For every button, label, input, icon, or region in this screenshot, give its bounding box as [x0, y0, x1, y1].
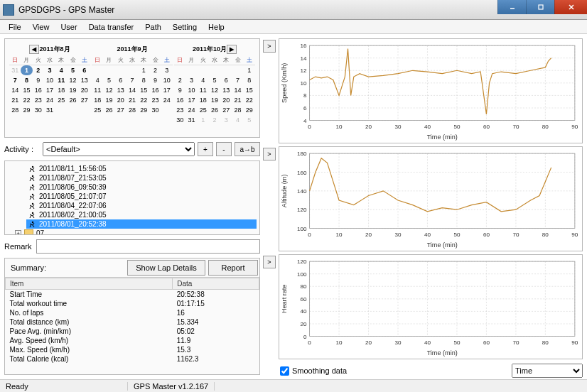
maximize-button[interactable] [526, 0, 554, 14]
collapse-speed-chart[interactable]: > [263, 40, 276, 53]
cal-day[interactable]: 22 [138, 95, 149, 105]
collapse-heartrate-chart[interactable]: > [263, 256, 276, 268]
cal-day[interactable]: 11 [55, 75, 67, 85]
cal-day[interactable]: 15 [21, 85, 32, 95]
menu-path[interactable]: Path [139, 21, 167, 33]
cal-day[interactable]: 8 [138, 75, 149, 85]
cal-day[interactable]: 12 [209, 85, 220, 95]
cal-day[interactable]: 2 [174, 75, 185, 85]
cal-day[interactable]: 28 [232, 105, 243, 115]
activity-select[interactable]: <Default> [43, 142, 195, 156]
cal-day[interactable]: 15 [138, 85, 149, 95]
cal-day[interactable]: 2 [149, 65, 161, 75]
cal-day[interactable]: 26 [209, 105, 220, 115]
cal-day[interactable]: 31 [44, 105, 55, 115]
activity-tree[interactable]: 2011/08/11_15:56:052011/08/07_21:53:0520… [4, 160, 260, 235]
cal-day[interactable]: 22 [244, 95, 255, 105]
remark-input[interactable] [36, 239, 260, 254]
cal-day[interactable]: 20 [115, 95, 126, 105]
cal-day[interactable]: 5 [209, 75, 220, 85]
cal-day[interactable]: 31 [185, 115, 197, 125]
menu-user[interactable]: User [55, 21, 82, 33]
cal-day[interactable]: 24 [44, 95, 55, 105]
cal-day[interactable]: 25 [92, 105, 103, 115]
cal-day[interactable]: 27 [79, 95, 90, 105]
cal-day[interactable]: 30 [174, 115, 185, 125]
cal-day[interactable]: 3 [161, 65, 173, 75]
cal-day[interactable]: 7 [9, 75, 21, 85]
cal-day[interactable]: 4 [198, 75, 209, 85]
cal-day[interactable]: 5 [103, 75, 114, 85]
activity-add-button[interactable]: + [198, 142, 213, 156]
cal-day[interactable]: 10 [161, 75, 173, 85]
cal-day[interactable]: 14 [126, 85, 138, 95]
cal-day[interactable]: 9 [149, 75, 161, 85]
cal-day[interactable]: 16 [33, 85, 44, 95]
activity-ab-button[interactable]: a→b [235, 142, 260, 156]
cal-day[interactable]: 8 [21, 75, 32, 85]
menu-help[interactable]: Help [203, 21, 230, 33]
cal-day[interactable]: 6 [115, 75, 126, 85]
cal-day[interactable]: 20 [79, 85, 90, 95]
smoothing-checkbox-label[interactable]: Smoothing data [280, 366, 347, 376]
cal-day[interactable]: 4 [55, 65, 67, 75]
cal-day[interactable]: 29 [244, 105, 255, 115]
activity-item[interactable]: 2011/08/11_15:56:05 [26, 164, 257, 173]
expand-icon[interactable]: + [15, 230, 21, 235]
menu-file[interactable]: File [3, 21, 27, 33]
cal-day[interactable]: 3 [44, 65, 55, 75]
cal-day[interactable]: 28 [126, 105, 138, 115]
cal-day[interactable]: 29 [138, 105, 149, 115]
cal-day[interactable]: 21 [232, 95, 243, 105]
report-button[interactable]: Report [208, 260, 258, 276]
cal-day[interactable]: 15 [244, 85, 255, 95]
cal-day[interactable]: 24 [185, 105, 197, 115]
cal-day[interactable]: 16 [149, 85, 161, 95]
cal-day[interactable]: 11 [92, 85, 103, 95]
cal-day[interactable]: 21 [126, 95, 138, 105]
cal-day[interactable]: 12 [67, 75, 78, 85]
cal-day[interactable]: 17 [44, 85, 55, 95]
menu-setting[interactable]: Setting [167, 21, 203, 33]
cal-day[interactable]: 18 [55, 85, 67, 95]
menu-view[interactable]: View [27, 21, 55, 33]
cal-day[interactable]: 1 [21, 65, 32, 75]
cal-day[interactable]: 17 [161, 85, 173, 95]
cal-day[interactable]: 20 [220, 95, 232, 105]
cal-day[interactable]: 29 [21, 105, 32, 115]
cal-day[interactable]: 23 [33, 95, 44, 105]
tree-folder[interactable]: +07 [14, 229, 257, 235]
cal-day[interactable]: 23 [174, 105, 185, 115]
cal-day[interactable]: 27 [115, 105, 126, 115]
cal-day[interactable]: 19 [103, 95, 114, 105]
cal-day[interactable]: 18 [198, 95, 209, 105]
cal-day[interactable]: 19 [67, 85, 78, 95]
cal-day[interactable]: 19 [209, 95, 220, 105]
activity-item[interactable]: 2011/08/01_20:52:38 [26, 219, 257, 229]
cal-day[interactable]: 6 [220, 75, 232, 85]
smoothing-checkbox[interactable] [280, 366, 289, 376]
activity-item[interactable]: 2011/08/04_22:07:06 [26, 201, 257, 210]
cal-day[interactable]: 10 [44, 75, 55, 85]
cal-day[interactable]: 4 [92, 75, 103, 85]
cal-prev[interactable]: ◀ [29, 45, 39, 54]
cal-day[interactable]: 30 [149, 105, 161, 115]
cal-day[interactable]: 21 [9, 95, 21, 105]
menu-data-transfer[interactable]: Data transfer [83, 21, 140, 33]
cal-day[interactable]: 28 [9, 105, 21, 115]
cal-day[interactable]: 1 [138, 65, 149, 75]
close-button[interactable] [554, 0, 587, 14]
cal-next[interactable]: ▶ [227, 45, 237, 54]
cal-day[interactable]: 11 [198, 85, 209, 95]
cal-day[interactable]: 16 [174, 95, 185, 105]
cal-day[interactable]: 26 [103, 105, 114, 115]
cal-day[interactable]: 1 [244, 65, 255, 75]
activity-item[interactable]: 2011/08/05_21:07:07 [26, 192, 257, 201]
cal-day[interactable]: 30 [33, 105, 44, 115]
activity-item[interactable]: 2011/08/07_21:53:05 [26, 173, 257, 183]
cal-day[interactable]: 26 [67, 95, 78, 105]
cal-day[interactable]: 13 [220, 85, 232, 95]
cal-day[interactable]: 10 [185, 85, 197, 95]
cal-day[interactable]: 7 [126, 75, 138, 85]
cal-day[interactable]: 22 [21, 95, 32, 105]
